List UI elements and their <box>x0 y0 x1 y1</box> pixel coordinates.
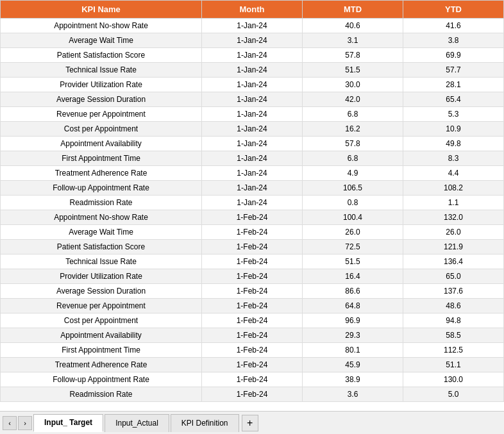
cell-mtd: 86.6 <box>303 284 403 299</box>
cell-mtd: 16.2 <box>303 122 403 137</box>
cell-kpi: Revenue per Appointment <box>1 299 202 313</box>
cell-ytd: 57.7 <box>403 63 504 78</box>
cell-ytd: 108.2 <box>403 181 504 196</box>
cell-ytd: 112.5 <box>403 343 504 358</box>
table-row: Cost per Appointment1-Feb-2496.994.8 <box>1 313 504 328</box>
cell-ytd: 3.8 <box>403 33 504 48</box>
cell-mtd: 42.0 <box>303 92 403 107</box>
cell-mtd: 57.8 <box>303 137 403 151</box>
tab-add-button[interactable]: + <box>242 415 258 431</box>
table-row: Average Wait Time1-Jan-243.13.8 <box>1 33 504 48</box>
cell-mtd: 80.1 <box>303 343 403 358</box>
table-row: Follow-up Appointment Rate1-Jan-24106.51… <box>1 181 504 196</box>
cell-mtd: 51.5 <box>303 63 403 78</box>
cell-month: 1-Jan-24 <box>202 166 303 181</box>
cell-ytd: 130.0 <box>403 372 504 387</box>
cell-month: 1-Feb-24 <box>202 284 303 299</box>
cell-ytd: 65.0 <box>403 269 504 284</box>
table-row: Appointment No-show Rate1-Feb-24100.4132… <box>1 210 504 225</box>
table-row: Readmission Rate1-Feb-243.65.0 <box>1 387 504 402</box>
tab-nav-prev[interactable]: ‹ <box>3 416 17 430</box>
table-row: Appointment No-show Rate1-Jan-2440.641.6 <box>1 19 504 33</box>
tab-2[interactable]: KPI Definition <box>171 414 239 432</box>
cell-ytd: 48.6 <box>403 299 504 313</box>
table-row: Patient Satisfaction Score1-Feb-2472.512… <box>1 240 504 255</box>
cell-month: 1-Feb-24 <box>202 210 303 225</box>
header-kpi-name: KPI Name <box>1 1 202 19</box>
cell-month: 1-Feb-24 <box>202 240 303 255</box>
cell-ytd: 69.9 <box>403 48 504 63</box>
cell-month: 1-Feb-24 <box>202 313 303 328</box>
tab-0[interactable]: Input_ Target <box>33 414 103 432</box>
table-row: Treatment Adherence Rate1-Jan-244.94.4 <box>1 166 504 181</box>
tab-bar: ‹ › Input_ TargetInput_ActualKPI Definit… <box>0 411 504 434</box>
table-row: Revenue per Appointment1-Feb-2464.848.6 <box>1 299 504 313</box>
cell-ytd: 121.9 <box>403 240 504 255</box>
cell-mtd: 57.8 <box>303 48 403 63</box>
table-row: Appointment Availability1-Jan-2457.849.8 <box>1 137 504 151</box>
cell-ytd: 5.0 <box>403 387 504 402</box>
cell-mtd: 4.9 <box>303 166 403 181</box>
cell-month: 1-Jan-24 <box>202 92 303 107</box>
cell-kpi: Cost per Appointment <box>1 122 202 137</box>
cell-ytd: 132.0 <box>403 210 504 225</box>
cell-ytd: 26.0 <box>403 225 504 240</box>
cell-ytd: 49.8 <box>403 137 504 151</box>
cell-mtd: 51.5 <box>303 255 403 269</box>
cell-month: 1-Jan-24 <box>202 181 303 196</box>
cell-kpi: Provider Utilization Rate <box>1 269 202 284</box>
cell-mtd: 38.9 <box>303 372 403 387</box>
cell-mtd: 64.8 <box>303 299 403 313</box>
cell-kpi: Treatment Adherence Rate <box>1 358 202 372</box>
cell-month: 1-Jan-24 <box>202 48 303 63</box>
cell-ytd: 58.5 <box>403 328 504 343</box>
cell-month: 1-Jan-24 <box>202 122 303 137</box>
tab-1[interactable]: Input_Actual <box>105 414 169 432</box>
cell-ytd: 28.1 <box>403 78 504 92</box>
cell-kpi: First Appointment Time <box>1 151 202 166</box>
cell-ytd: 41.6 <box>403 19 504 33</box>
cell-ytd: 65.4 <box>403 92 504 107</box>
cell-mtd: 30.0 <box>303 78 403 92</box>
cell-month: 1-Jan-24 <box>202 107 303 122</box>
cell-mtd: 16.4 <box>303 269 403 284</box>
cell-month: 1-Feb-24 <box>202 328 303 343</box>
cell-mtd: 0.8 <box>303 196 403 210</box>
table-row: Average Session Duration1-Feb-2486.6137.… <box>1 284 504 299</box>
cell-month: 1-Jan-24 <box>202 63 303 78</box>
table-row: Patient Satisfaction Score1-Jan-2457.869… <box>1 48 504 63</box>
table-row: Technical Issue Rate1-Jan-2451.557.7 <box>1 63 504 78</box>
cell-kpi: Average Session Duration <box>1 92 202 107</box>
table-row: Appointment Availability1-Feb-2429.358.5 <box>1 328 504 343</box>
cell-kpi: Technical Issue Rate <box>1 255 202 269</box>
cell-mtd: 40.6 <box>303 19 403 33</box>
table-row: Treatment Adherence Rate1-Feb-2445.951.1 <box>1 358 504 372</box>
header-month: Month <box>202 1 303 19</box>
cell-kpi: Follow-up Appointment Rate <box>1 181 202 196</box>
cell-kpi: Patient Satisfaction Score <box>1 240 202 255</box>
cell-kpi: Readmission Rate <box>1 387 202 402</box>
table-row: First Appointment Time1-Jan-246.88.3 <box>1 151 504 166</box>
cell-month: 1-Feb-24 <box>202 225 303 240</box>
cell-ytd: 137.6 <box>403 284 504 299</box>
cell-ytd: 10.9 <box>403 122 504 137</box>
cell-ytd: 8.3 <box>403 151 504 166</box>
cell-mtd: 100.4 <box>303 210 403 225</box>
cell-month: 1-Jan-24 <box>202 33 303 48</box>
cell-kpi: Revenue per Appointment <box>1 107 202 122</box>
table-row: Provider Utilization Rate1-Jan-2430.028.… <box>1 78 504 92</box>
table-row: First Appointment Time1-Feb-2480.1112.5 <box>1 343 504 358</box>
cell-ytd: 4.4 <box>403 166 504 181</box>
cell-kpi: Appointment No-show Rate <box>1 210 202 225</box>
cell-mtd: 26.0 <box>303 225 403 240</box>
cell-month: 1-Jan-24 <box>202 196 303 210</box>
cell-mtd: 29.3 <box>303 328 403 343</box>
cell-month: 1-Feb-24 <box>202 343 303 358</box>
header-mtd: MTD <box>303 1 403 19</box>
table-row: Cost per Appointment1-Jan-2416.210.9 <box>1 122 504 137</box>
table-row: Readmission Rate1-Jan-240.81.1 <box>1 196 504 210</box>
table-row: Follow-up Appointment Rate1-Feb-2438.913… <box>1 372 504 387</box>
tab-nav-next[interactable]: › <box>18 416 32 430</box>
cell-ytd: 1.1 <box>403 196 504 210</box>
cell-kpi: Treatment Adherence Rate <box>1 166 202 181</box>
